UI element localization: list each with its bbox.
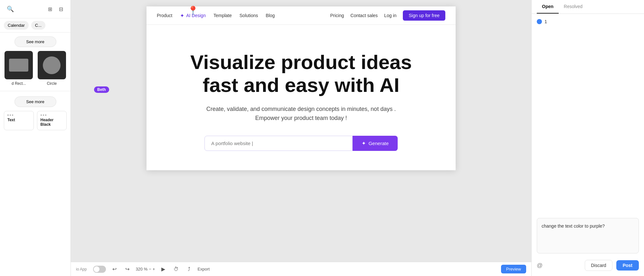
- nav-product[interactable]: Product: [157, 13, 172, 18]
- zoom-value: 320 %: [136, 267, 147, 271]
- nav-signup-button[interactable]: Sign up for free: [403, 10, 445, 21]
- comment-dot-icon: [537, 19, 542, 24]
- toolbar-toggle[interactable]: [93, 266, 106, 273]
- text-card-label-2: Header Black: [41, 118, 63, 127]
- generate-label: Generate: [368, 141, 389, 146]
- shape-label-rect: d Rect...: [12, 81, 26, 86]
- sparkle-icon: ✦: [180, 13, 184, 19]
- text-card-2[interactable]: Header Black: [37, 111, 67, 130]
- comment-indicator: 1: [537, 19, 639, 24]
- comment-text: change the text color to purple?: [542, 223, 605, 229]
- dots-icon-2: [41, 114, 46, 116]
- hero-section: Visualize product ideasfast and easy wit…: [147, 25, 456, 170]
- shape-thumb-circle[interactable]: [38, 51, 66, 79]
- hero-generate-button[interactable]: ✦ Generate: [353, 136, 398, 151]
- nav-ai-design[interactable]: 📍 ✦ AI Design: [180, 13, 206, 19]
- hero-title: Visualize product ideasfast and easy wit…: [159, 51, 443, 97]
- main-area: Beth Rad Product 📍 ✦ AI Design Template …: [71, 0, 531, 276]
- at-mention-button[interactable]: @: [537, 262, 543, 269]
- canvas-wrapper: Beth Rad Product 📍 ✦ AI Design Template …: [71, 0, 531, 262]
- nav-left: Product 📍 ✦ AI Design Template Solutions…: [157, 13, 275, 19]
- user-badge-beth: Beth: [94, 86, 109, 93]
- comment-actions: @ Discard Post: [532, 257, 644, 276]
- comments-section: 1: [532, 14, 644, 218]
- tab-c[interactable]: C...: [31, 21, 45, 30]
- circle-shape: [43, 56, 61, 74]
- text-card-label-1: Text: [7, 118, 30, 122]
- time-icon[interactable]: ⏱: [172, 265, 181, 274]
- canvas-page: Product 📍 ✦ AI Design Template Solutions…: [147, 6, 456, 170]
- location-pin-icon: 📍: [187, 5, 199, 16]
- nav-template[interactable]: Template: [213, 13, 232, 18]
- shape-item-rect: d Rect...: [4, 51, 34, 86]
- see-more-button-2[interactable]: See more: [14, 96, 56, 107]
- nav-blog[interactable]: Blog: [266, 13, 275, 18]
- share-icon[interactable]: ⤴: [185, 265, 194, 274]
- app-name-label: io App: [76, 267, 87, 271]
- left-panel: 🔍 ⊞ ⊟ Calendar C... See more d Rect... C…: [0, 0, 71, 276]
- preview-button[interactable]: Preview: [501, 265, 526, 273]
- see-more-button-1[interactable]: See more: [14, 36, 56, 47]
- nav-pricing[interactable]: Pricing: [330, 13, 344, 18]
- sparkle-btn-icon: ✦: [362, 140, 366, 146]
- shape-grid: d Rect... Circle: [0, 51, 71, 90]
- comment-count: 1: [545, 19, 547, 24]
- discard-button[interactable]: Discard: [585, 260, 612, 271]
- section-divider: [0, 91, 71, 91]
- play-button[interactable]: ▶: [159, 265, 168, 274]
- search-icon[interactable]: 🔍: [5, 4, 15, 14]
- zoom-level: 320 % − +: [136, 267, 155, 271]
- text-card-1[interactable]: Text: [4, 111, 34, 130]
- post-button[interactable]: Post: [616, 260, 639, 271]
- shape-item-circle: Circle: [37, 51, 67, 86]
- nav-login[interactable]: Log in: [384, 13, 396, 18]
- comment-input[interactable]: change the text color to purple?: [537, 218, 639, 253]
- hero-input-row: ✦ Generate: [204, 136, 398, 151]
- zoom-plus-icon[interactable]: +: [153, 267, 155, 271]
- right-panel: Open Resolved 1 change the text color to…: [531, 0, 644, 276]
- undo-button[interactable]: ↩: [110, 265, 119, 274]
- left-tabs: Calendar C...: [0, 18, 71, 33]
- text-items-section: Text Header Black: [0, 111, 71, 134]
- shape-thumb-rect[interactable]: [5, 51, 33, 79]
- nav-solutions[interactable]: Solutions: [240, 13, 258, 18]
- right-tabs: Open Resolved: [532, 0, 644, 14]
- grid-icon-1[interactable]: ⊞: [45, 5, 54, 14]
- site-nav: Product 📍 ✦ AI Design Template Solutions…: [147, 6, 456, 25]
- hero-subtitle: Create, validate, and communicate design…: [159, 104, 443, 123]
- hero-input-field[interactable]: [204, 136, 353, 151]
- export-button[interactable]: Export: [197, 267, 210, 271]
- shape-label-circle: Circle: [47, 81, 57, 86]
- canvas-toolbar: io App ↩ ↪ 320 % − + ▶ ⏱ ⤴ Export Previe…: [71, 262, 531, 276]
- dots-icon-1: [7, 114, 13, 116]
- nav-contact-sales[interactable]: Contact sales: [350, 13, 378, 18]
- redo-button[interactable]: ↪: [123, 265, 132, 274]
- zoom-minus-icon[interactable]: −: [149, 267, 151, 271]
- tab-open[interactable]: Open: [537, 0, 559, 14]
- rect-shape: [9, 59, 28, 72]
- tab-calendar[interactable]: Calendar: [4, 21, 29, 30]
- grid-icon-2[interactable]: ⊟: [56, 5, 65, 14]
- tab-resolved[interactable]: Resolved: [559, 0, 588, 14]
- left-top-bar: 🔍 ⊞ ⊟: [0, 0, 71, 18]
- nav-right: Pricing Contact sales Log in Sign up for…: [330, 10, 445, 21]
- grid-icons: ⊞ ⊟: [45, 5, 65, 14]
